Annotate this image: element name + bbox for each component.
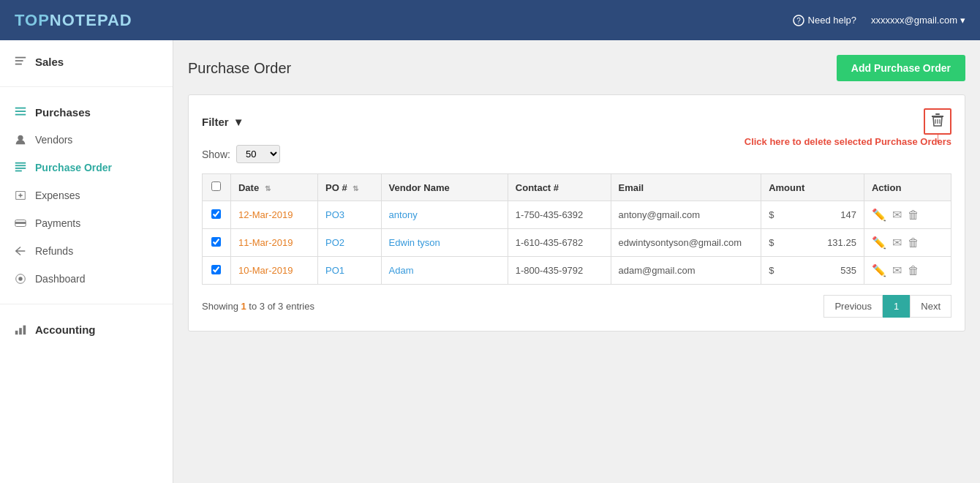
svg-rect-9 [15, 162, 26, 164]
email-icon[interactable]: ✉ [892, 236, 902, 250]
prev-button[interactable]: Previous [823, 295, 883, 318]
svg-point-16 [18, 277, 22, 280]
col-header-contact: Contact # [508, 174, 611, 201]
logo: TopNotepad [15, 11, 132, 30]
trash-icon [931, 113, 944, 127]
sidebar-item-dashboard[interactable]: Dashboard [0, 265, 173, 293]
row-vendor[interactable]: antony [381, 201, 508, 229]
edit-icon[interactable]: ✏️ [872, 236, 886, 250]
show-select[interactable]: 10 25 50 100 [236, 145, 280, 163]
sort-date-icon[interactable]: ⇅ [265, 184, 271, 192]
header-right: ? Need help? xxxxxxx@gmail.com ▾ [793, 15, 965, 26]
row-action: ✏️ ✉ 🗑 [864, 201, 951, 229]
row-checkbox[interactable] [211, 209, 221, 219]
svg-rect-5 [15, 108, 26, 109]
svg-rect-11 [15, 168, 26, 169]
filter-text: Filter [202, 116, 229, 128]
row-contact: 1-610-435-6782 [508, 229, 611, 257]
svg-text:?: ? [796, 17, 801, 25]
delete-icon[interactable]: 🗑 [908, 236, 919, 250]
help-icon: ? [793, 15, 804, 26]
sort-po-icon[interactable]: ⇅ [353, 184, 358, 192]
next-button[interactable]: Next [910, 295, 951, 318]
table-row: 11-Mar-2019 PO2 Edwin tyson 1-610-435-67… [203, 229, 951, 257]
sidebar-item-refunds[interactable]: Refunds [0, 237, 173, 265]
row-po[interactable]: PO3 [318, 201, 382, 229]
main-card: Filter ▼ ↓ Cli [188, 94, 965, 332]
row-checkbox[interactable] [211, 265, 221, 274]
filter-bar: Filter ▼ ↓ Cli [202, 108, 951, 135]
purchase-orders-table: Date ⇅ PO # ⇅ Vendor Name Contact # Emai… [202, 173, 951, 285]
svg-rect-21 [935, 113, 940, 115]
col-header-vendor: Vendor Name [381, 174, 508, 201]
svg-rect-19 [23, 326, 26, 335]
sidebar-item-vendors[interactable]: Vendors [0, 126, 173, 154]
svg-rect-2 [15, 57, 26, 59]
sidebar-expenses-label: Expenses [35, 190, 80, 201]
row-email: edwintysontyson@gmail.com [611, 229, 761, 257]
amount-value: 131.25 [777, 237, 856, 248]
sidebar-item-expenses[interactable]: Expenses [0, 181, 173, 209]
email-icon[interactable]: ✉ [892, 208, 902, 222]
row-amount: $ 147 [761, 201, 864, 229]
edit-icon[interactable]: ✏️ [872, 208, 886, 222]
page-1-button[interactable]: 1 [883, 295, 910, 318]
sidebar-item-purchases[interactable]: Purchases [0, 98, 173, 126]
user-menu[interactable]: xxxxxxx@gmail.com ▾ [871, 15, 965, 26]
sidebar-purchase-order-label: Purchase Order [35, 162, 112, 173]
email-icon[interactable]: ✉ [892, 263, 902, 277]
delete-icon[interactable]: 🗑 [908, 209, 919, 222]
delete-icon[interactable]: 🗑 [908, 264, 919, 277]
help-text: Need help? [808, 15, 857, 26]
sidebar-vendors-label: Vendors [35, 134, 72, 146]
filter-icon: ▼ [233, 116, 244, 128]
header: TopNotepad ? Need help? xxxxxxx@gmail.co… [0, 0, 980, 40]
svg-rect-6 [15, 111, 26, 112]
row-po[interactable]: PO2 [318, 229, 382, 257]
sidebar-item-payments[interactable]: Payments [0, 209, 173, 237]
showing-end: 3 [260, 301, 265, 312]
add-purchase-order-button[interactable]: Add Purchase Order [837, 55, 965, 81]
sidebar-sales-section: Sales [0, 40, 173, 83]
row-action: ✏️ ✉ 🗑 [864, 229, 951, 257]
svg-rect-7 [15, 114, 26, 116]
sidebar-purchases-section: Purchases Vendors Purchase Order Expense… [0, 91, 173, 300]
dashboard-icon [13, 272, 28, 285]
sidebar-item-purchase-order[interactable]: Purchase Order [0, 154, 173, 181]
sidebar-accounting-label: Accounting [35, 323, 96, 336]
svg-rect-4 [15, 64, 22, 65]
purchase-order-icon [13, 161, 28, 174]
col-header-amount: Amount [761, 174, 864, 201]
svg-rect-3 [15, 60, 23, 61]
show-bar: Show: 10 25 50 100 [202, 145, 951, 163]
svg-rect-14 [15, 222, 26, 224]
svg-rect-12 [15, 171, 22, 172]
main-layout: Sales Purchases Vendors Purchase [0, 40, 980, 483]
col-header-date: Date ⇅ [230, 174, 317, 201]
row-vendor[interactable]: Edwin tyson [381, 229, 508, 257]
sidebar-item-accounting[interactable]: Accounting [0, 315, 173, 343]
sidebar-payments-label: Payments [35, 217, 80, 229]
filter-label: Filter ▼ [202, 116, 244, 128]
col-header-po: PO # ⇅ [318, 174, 382, 201]
row-checkbox[interactable] [211, 237, 221, 247]
content: Purchase Order Add Purchase Order Filter… [173, 40, 980, 483]
amount-value: 147 [777, 209, 856, 220]
edit-icon[interactable]: ✏️ [872, 263, 886, 277]
row-po[interactable]: PO1 [318, 257, 382, 285]
showing-start: 1 [241, 301, 246, 312]
currency-symbol: $ [769, 265, 774, 276]
amount-value: 535 [777, 265, 856, 276]
help-link[interactable]: ? Need help? [793, 15, 857, 26]
page-title: Purchase Order [188, 60, 291, 77]
row-vendor[interactable]: Adam [381, 257, 508, 285]
sidebar: Sales Purchases Vendors Purchase [0, 40, 173, 483]
row-date: 12-Mar-2019 [230, 201, 317, 229]
chevron-down-icon: ▾ [960, 15, 965, 26]
col-header-email: Email [611, 174, 761, 201]
row-date: 11-Mar-2019 [230, 229, 317, 257]
sidebar-item-sales[interactable]: Sales [0, 48, 173, 75]
sales-icon [13, 55, 28, 68]
pagination-controls: Previous 1 Next [823, 295, 951, 318]
select-all-checkbox[interactable] [211, 181, 221, 191]
